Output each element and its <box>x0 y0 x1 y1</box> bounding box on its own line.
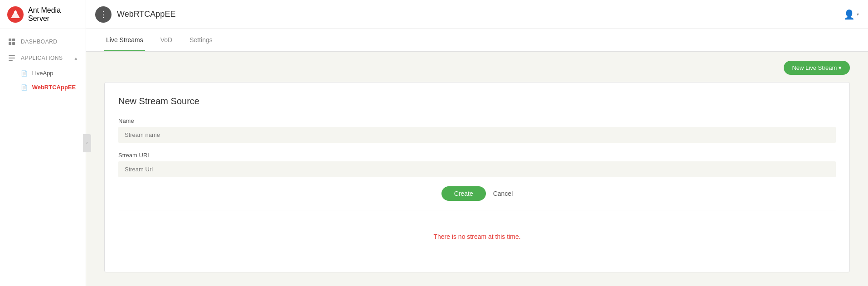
app-menu-button[interactable]: ⋮ <box>95 6 112 23</box>
sidebar-liveapp-label: LiveApp <box>32 70 53 77</box>
form-title: New Stream Source <box>118 96 836 107</box>
dashboard-icon <box>7 38 16 45</box>
sidebar-logo: Ant Media Server <box>0 0 86 29</box>
name-form-group: Name <box>118 117 836 143</box>
svg-rect-7 <box>9 58 15 58</box>
create-button[interactable]: Create <box>441 186 486 201</box>
more-options-icon: ⋮ <box>99 10 107 19</box>
stream-name-input[interactable] <box>118 127 836 143</box>
applications-icon <box>7 54 16 62</box>
sidebar-logo-text: Ant Media Server <box>28 6 78 23</box>
main-content: ⋮ WebRTCAppEE 👤 ▾ Live Streams VoD Setti… <box>86 0 868 286</box>
sidebar-collapse-button[interactable]: ‹ <box>83 134 91 152</box>
url-form-group: Stream URL <box>118 152 836 177</box>
sidebar-dashboard-label: DASHBOARD <box>21 39 58 45</box>
sidebar: Ant Media Server DASHBOARD <box>0 0 86 286</box>
tab-bar: Live Streams VoD Settings <box>86 29 868 52</box>
svg-rect-4 <box>9 42 11 45</box>
stream-url-input[interactable] <box>118 161 836 177</box>
sidebar-applications-label: APPLICATIONS <box>21 55 63 61</box>
svg-rect-2 <box>9 39 11 41</box>
url-label: Stream URL <box>118 152 836 159</box>
content-area: New Live Stream ▾ New Stream Source Name… <box>86 52 868 281</box>
sidebar-item-webrtcappee[interactable]: 📄 WebRTCAppEE <box>0 80 86 94</box>
app-title: WebRTCAppEE <box>117 10 175 19</box>
ant-media-logo-icon <box>7 6 24 23</box>
action-row: New Live Stream ▾ <box>104 61 850 75</box>
cancel-button[interactable]: Cancel <box>493 190 513 197</box>
form-panel: New Stream Source Name Stream URL Create… <box>104 82 850 272</box>
topbar-left: ⋮ WebRTCAppEE <box>95 6 175 23</box>
tab-settings[interactable]: Settings <box>188 29 214 51</box>
svg-rect-5 <box>12 42 15 45</box>
user-dropdown-icon: ▾ <box>857 12 859 17</box>
webrtcappee-doc-icon: 📄 <box>21 84 28 91</box>
topbar: ⋮ WebRTCAppEE 👤 ▾ <box>86 0 868 29</box>
page-content: Live Streams VoD Settings New Live Strea… <box>86 29 868 286</box>
sidebar-item-dashboard[interactable]: DASHBOARD <box>0 34 86 50</box>
tab-vod[interactable]: VoD <box>159 29 174 51</box>
svg-rect-3 <box>12 39 15 41</box>
user-avatar-icon: 👤 <box>844 9 855 20</box>
empty-state: There is no stream at this time. <box>118 219 836 258</box>
svg-rect-8 <box>9 60 13 61</box>
liveapp-doc-icon: 📄 <box>21 70 28 77</box>
sidebar-webrtcappee-label: WebRTCAppEE <box>32 84 76 91</box>
name-label: Name <box>118 117 836 124</box>
chevron-down-icon: ▲ <box>74 56 78 61</box>
svg-point-1 <box>14 11 17 14</box>
svg-rect-6 <box>9 55 15 56</box>
form-actions: Create Cancel <box>118 186 836 201</box>
new-live-stream-button[interactable]: New Live Stream ▾ <box>784 61 850 75</box>
form-divider <box>118 210 836 210</box>
sidebar-item-liveapp[interactable]: 📄 LiveApp <box>0 66 86 80</box>
user-menu-button[interactable]: 👤 ▾ <box>844 9 859 20</box>
tab-live-streams[interactable]: Live Streams <box>104 29 145 51</box>
sidebar-nav: DASHBOARD APPLICATIONS ▲ 📄 LiveApp 📄 <box>0 29 86 94</box>
sidebar-applications-header[interactable]: APPLICATIONS ▲ <box>0 50 86 66</box>
